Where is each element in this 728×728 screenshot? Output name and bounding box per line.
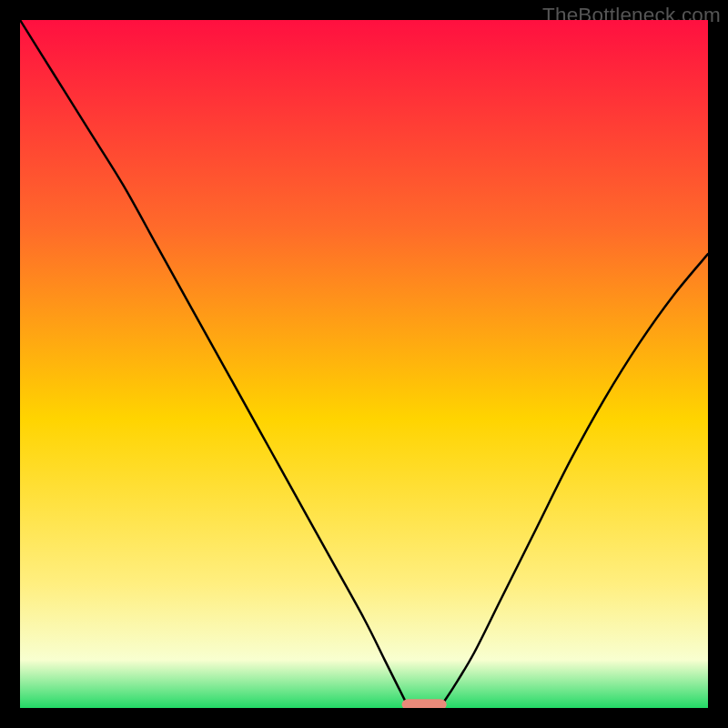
gradient-background [20,20,708,708]
sweet-spot-marker [402,699,447,708]
chart-svg [20,20,708,708]
plot-area [20,20,708,708]
chart-frame: TheBottleneck.com [0,0,728,728]
